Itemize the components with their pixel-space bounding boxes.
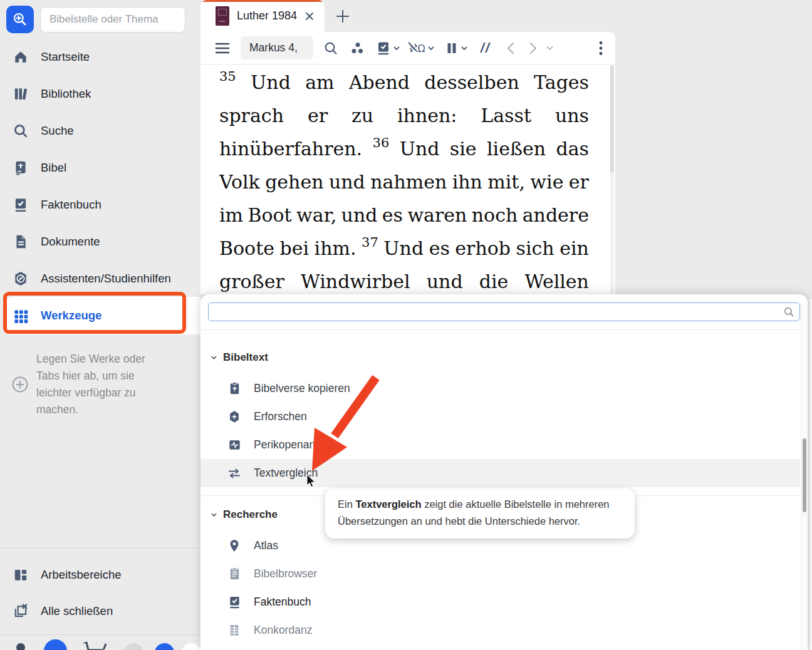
factbook-icon — [227, 595, 242, 609]
sidebar-divider — [0, 548, 200, 549]
app-logo-icon[interactable] — [6, 6, 34, 33]
sidebar-item-arbeitsbereiche[interactable]: Arbeitsbereiche — [0, 557, 200, 593]
tool-item-bibelbrowser[interactable]: Bibelbrowser — [200, 560, 800, 588]
bible-text: 35UndamAbenddesselbenTagesspracherzuihne… — [200, 64, 615, 294]
tools-scrollbar — [801, 303, 808, 650]
visual-filters-icon[interactable] — [376, 41, 391, 56]
verse-number: 37 — [362, 226, 378, 259]
columns-icon[interactable] — [445, 41, 459, 55]
tools-scrollbar-thumb[interactable] — [803, 438, 806, 512]
explore-icon — [227, 410, 242, 424]
documents-icon — [11, 234, 30, 250]
visual-filters-chevron-icon[interactable] — [393, 46, 400, 51]
bible-line: imBootwar,undeswarennochandere — [219, 199, 589, 232]
reference-box[interactable]: Markus 4, — [241, 36, 313, 59]
drop-hint: Legen Sie Werke oder Tabs hier ab, um si… — [10, 351, 185, 418]
textvergleich-tooltip: Ein Textvergleich zeigt die aktuelle Bib… — [325, 488, 635, 539]
bible-line: spracherzuihnen:Lasstuns — [219, 99, 589, 132]
tool-item-textvergleich[interactable]: Textvergleich — [200, 459, 800, 487]
interlinear-chevron-icon[interactable] — [427, 46, 435, 51]
cart-icon[interactable] — [81, 641, 109, 650]
atlas-icon — [227, 539, 242, 553]
tool-item-perikopenanalyse[interactable]: Perikopenanalyse — [200, 431, 800, 459]
sidebar: Startseite Bibliothek Suche — [0, 0, 200, 650]
tab-close-icon[interactable] — [304, 11, 315, 21]
tool-item-erforschen[interactable]: Erforschen — [200, 403, 800, 431]
back-icon[interactable] — [507, 42, 514, 54]
bible-line: 35UndamAbenddesselbenTages — [219, 66, 589, 99]
tab-luther-1984[interactable]: Luther 1984 — [200, 0, 325, 32]
panel-kebab-icon[interactable] — [599, 41, 603, 56]
tab-title: Luther 1984 — [237, 9, 297, 23]
drop-hint-text: Legen Sie Werke oder Tabs hier ab, um si… — [36, 351, 162, 418]
resource-cover-icon — [216, 6, 229, 26]
sidebar-item-werkzeuge[interactable]: Werkzeuge — [5, 297, 200, 334]
library-icon — [11, 86, 30, 102]
tool-item-faktenbuch[interactable]: Faktenbuch — [200, 588, 800, 616]
tools-search-input[interactable] — [208, 302, 800, 321]
sync-icon[interactable] — [44, 639, 67, 650]
workspaces-icon — [11, 567, 30, 583]
text-comparison-icon — [227, 467, 242, 480]
sidebar-item-alle-schliessen[interactable]: Alle schließen — [0, 593, 200, 629]
sidebar-item-bibel[interactable]: Bibel — [0, 149, 200, 186]
sidebar-item-suche[interactable]: Suche — [0, 112, 200, 149]
interlinear-icon[interactable]: ℵΩ — [409, 41, 425, 54]
panel-menu-icon[interactable] — [214, 42, 231, 54]
help-icon[interactable] — [155, 643, 174, 650]
factbook-icon — [11, 197, 30, 213]
panel-toolbar: Markus 4, ℵΩ — [200, 32, 615, 64]
tools-menu-panel: Bibeltext Bibelverse kopieren Erforschen — [200, 294, 808, 650]
sidebar-search-input[interactable] — [40, 7, 185, 33]
sidebar-item-bibliothek[interactable]: Bibliothek — [0, 75, 200, 112]
person-icon[interactable] — [14, 641, 28, 650]
sidebar-footer — [0, 634, 200, 650]
sidebar-item-assistenten[interactable]: Assistenten/Studienhilfen — [0, 260, 200, 297]
sidebar-item-startseite[interactable]: Startseite — [0, 38, 200, 75]
chevron-down-icon — [211, 512, 217, 517]
corresponding-dots-icon[interactable] — [350, 41, 365, 55]
columns-chevron-icon[interactable] — [461, 46, 468, 51]
new-tab-button[interactable] — [334, 8, 351, 25]
inline-search-icon[interactable] — [323, 41, 338, 56]
bible-line: Bootebeiihm.37Undeserhobsichein — [219, 232, 589, 265]
search-icon — [11, 123, 30, 139]
history-chevron-icon[interactable] — [546, 45, 554, 51]
plus-circle-icon — [10, 374, 30, 418]
concordance-icon — [227, 623, 242, 637]
bible-line: Volkgehenundnahmenihnmit,wieer — [219, 165, 589, 199]
footer-white-icon[interactable] — [182, 643, 202, 650]
tab-accent-strip — [200, 0, 325, 2]
chevron-down-icon — [211, 355, 217, 360]
tool-item-bibelverse-kopieren[interactable]: Bibelverse kopieren — [200, 374, 800, 403]
section-bibeltext[interactable]: Bibeltext — [200, 346, 808, 369]
tool-item-konkordanz[interactable]: Konkordanz — [200, 616, 800, 644]
home-icon — [11, 49, 30, 65]
pericope-analysis-icon — [227, 438, 242, 452]
text-scrollbar-thumb[interactable] — [610, 65, 614, 173]
assistants-icon — [11, 271, 30, 287]
close-all-icon — [11, 603, 30, 619]
tools-search-icon — [783, 306, 794, 317]
verse-number: 36 — [373, 126, 390, 160]
bible-line: großerWindwirbelunddieWellen — [219, 265, 589, 294]
bible-icon — [11, 160, 30, 176]
verse-number: 35 — [219, 60, 236, 93]
copy-bible-verses-icon — [227, 381, 242, 396]
status-gray-icon[interactable] — [124, 643, 143, 650]
text-scrollbar — [610, 65, 614, 294]
bible-line: hinüberfahren.36Undsieließendas — [219, 132, 589, 165]
sidebar-item-faktenbuch[interactable]: Faktenbuch — [0, 186, 200, 223]
parallel-passages-icon[interactable]: // — [481, 40, 491, 56]
bible-text-panel: Markus 4, ℵΩ — [200, 32, 615, 294]
forward-icon[interactable] — [529, 42, 537, 54]
sidebar-item-dokumente[interactable]: Dokumente — [0, 223, 200, 260]
bible-browser-icon — [227, 567, 242, 581]
tools-grid-icon — [11, 307, 30, 324]
